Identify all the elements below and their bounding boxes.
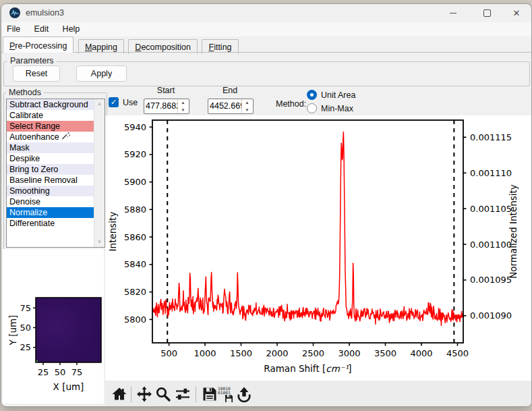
x-tick-label: 2500 (302, 348, 324, 358)
main-plot-canvas[interactable]: 5001000150020002500300035004000450058005… (105, 115, 531, 381)
end-spinbox[interactable]: 4452.669 ▲▼ (208, 99, 254, 114)
toolbar-separator (196, 387, 196, 402)
radio-unit-area[interactable] (307, 90, 317, 100)
home-icon[interactable] (111, 385, 128, 403)
menu-file[interactable]: File (1, 22, 26, 36)
x-tick-label: 1500 (230, 348, 252, 358)
radio-min-max[interactable] (307, 103, 317, 113)
y-tick-label-left: 5860 (124, 232, 146, 242)
x-axis-label: Raman Shift [cm⁻¹] (264, 363, 351, 374)
x-tick-label: 3500 (374, 348, 396, 358)
x-tick-label: 4500 (446, 348, 469, 358)
menu-help[interactable]: Help (57, 22, 86, 36)
tab-decomposition[interactable]: Decomposition (128, 39, 198, 54)
pan-icon[interactable] (136, 385, 153, 403)
radio-min-max-label: Min-Max (321, 104, 353, 113)
save-icon[interactable] (201, 385, 218, 403)
save-data-icon[interactable]: 10010 01001 (217, 385, 235, 403)
sliders-icon[interactable] (174, 385, 191, 403)
y-tick-label-right: 0.001110 (470, 168, 512, 178)
method-item-bring-to-zero[interactable]: Bring to Zero (7, 164, 94, 175)
maximize-button[interactable] (472, 4, 502, 22)
end-spin-buttons[interactable]: ▲▼ (241, 99, 252, 113)
method-item-calibrate[interactable]: Calibrate (7, 110, 94, 121)
start-value: 477.8682 (144, 99, 177, 113)
y-axis-label-right: Normalized Intensity (508, 184, 519, 279)
spin-down-icon[interactable]: ▼ (242, 107, 252, 114)
method-item-denoise[interactable]: Denoise (7, 196, 94, 207)
start-spin-buttons[interactable]: ▲▼ (177, 99, 188, 113)
y-tick-label-right: 0.001100 (470, 240, 512, 250)
y-tick-label-right: 0.001095 (470, 275, 512, 285)
method-item-differentiate[interactable]: Differentiate (7, 218, 94, 229)
method-item-autoenhance[interactable]: Autoenhance (7, 132, 94, 142)
x-tick-label: 2000 (266, 348, 288, 358)
y-tick-label-left: 5940 (124, 122, 146, 132)
spin-down-icon[interactable]: ▼ (178, 107, 188, 114)
methods-group-label: Methods (6, 88, 44, 97)
close-button[interactable]: ✕ (502, 4, 531, 22)
window-title: emulsion3 (26, 8, 64, 18)
spin-up-icon[interactable]: ▲ (242, 99, 252, 107)
y-tick-label-left: 5820 (124, 287, 146, 297)
map-y-axis-label: Y [um] (7, 315, 18, 346)
scroll-down-icon[interactable]: ▼ (94, 238, 105, 247)
check-icon: ✓ (111, 98, 117, 107)
reset-button[interactable]: Reset (13, 65, 60, 82)
map-x-tick-label: 25 (38, 367, 49, 377)
x-tick-label: 1000 (194, 348, 216, 358)
y-tick-label-right: 0.001090 (470, 310, 512, 321)
methods-scrollbar[interactable]: ▲ ▼ (94, 99, 105, 247)
method-item-normalize[interactable]: Normalize (7, 207, 94, 218)
tab-pre-processing[interactable]: Pre-Processing (3, 36, 73, 53)
map-y-tick-label: 25 (20, 342, 31, 352)
tab-mapping[interactable]: Mapping (78, 39, 124, 54)
method-label: Method: (276, 99, 306, 109)
method-item-subtract-background[interactable]: Subtract Background (7, 99, 94, 110)
start-label: Start (144, 86, 188, 95)
use-checkbox-label: Use (123, 98, 138, 107)
map-x-tick-label: 50 (55, 367, 66, 377)
tab-strip: Pre-Processing Mapping Decomposition Fit… (1, 36, 531, 53)
map-y-tick-label: 75 (20, 303, 31, 313)
start-spinbox[interactable]: 477.8682 ▲▼ (144, 99, 189, 114)
spectrum-trace (152, 132, 463, 326)
menu-bar: File Edit Help (1, 22, 531, 36)
method-item-baseline-removal[interactable]: Baseline Removal (7, 175, 94, 186)
end-value: 4452.669 (208, 99, 241, 113)
export-icon[interactable] (235, 385, 253, 403)
map-x-tick-label: 75 (71, 367, 83, 377)
x-tick-label: 500 (160, 348, 177, 358)
y-tick-label-left: 5800 (124, 314, 146, 325)
scroll-up-icon[interactable]: ▲ (94, 99, 105, 109)
radio-unit-area-label: Unit Area (321, 90, 355, 100)
y-axis-label-left: Intensity (107, 212, 118, 252)
app-window: emulsion3 ✕ File Edit Help Pre-Processin… (1, 3, 532, 407)
toolbar-separator (131, 387, 131, 402)
maximize-icon (483, 9, 491, 17)
app-icon (9, 7, 20, 18)
map-y-tick-label: 50 (20, 323, 31, 333)
y-tick-label-left: 5840 (124, 259, 146, 269)
method-item-select-range[interactable]: Select Range (7, 121, 94, 132)
map-plot-canvas[interactable]: 255075255075X [um]Y [um] (3, 249, 104, 404)
method-item-despike[interactable]: Despike (7, 153, 94, 164)
desktop-background: emulsion3 ✕ File Edit Help Pre-Processin… (0, 0, 532, 411)
method-item-smoothing[interactable]: Smoothing (7, 186, 94, 196)
parameters-group-label: Parameters (7, 56, 57, 65)
end-label: End (208, 86, 252, 95)
use-checkbox[interactable]: ✓ (109, 97, 119, 107)
tab-fitting[interactable]: Fitting (202, 39, 238, 54)
spin-up-icon[interactable]: ▲ (178, 99, 188, 107)
y-tick-label-left: 5920 (124, 149, 146, 159)
y-tick-label-right: 0.001105 (470, 204, 512, 214)
minimize-button[interactable] (438, 4, 468, 22)
methods-list: Subtract BackgroundCalibrateSelect Range… (6, 99, 105, 248)
apply-button[interactable]: Apply (76, 65, 127, 82)
menu-edit[interactable]: Edit (29, 22, 55, 36)
y-tick-label-left: 5880 (124, 204, 146, 215)
x-tick-label: 4000 (410, 348, 432, 358)
title-bar[interactable]: emulsion3 ✕ (1, 4, 531, 22)
method-item-mask[interactable]: Mask (7, 142, 94, 153)
zoom-icon[interactable] (154, 385, 172, 403)
